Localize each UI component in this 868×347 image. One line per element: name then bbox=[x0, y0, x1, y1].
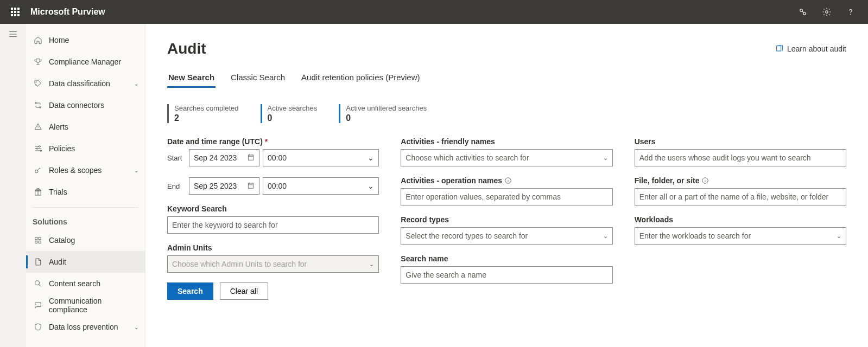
chevron-down-icon: ⌄ bbox=[134, 168, 138, 174]
trophy-icon bbox=[33, 56, 43, 67]
search-name-input[interactable] bbox=[401, 266, 612, 284]
clear-all-button[interactable]: Clear all bbox=[220, 282, 268, 300]
end-date-input[interactable]: Sep 25 2023 bbox=[189, 177, 259, 195]
chat-icon bbox=[33, 300, 43, 311]
svg-point-3 bbox=[851, 14, 851, 15]
svg-point-5 bbox=[35, 102, 37, 104]
svg-point-7 bbox=[39, 146, 40, 147]
learn-about-audit-link[interactable]: Learn about audit bbox=[775, 44, 846, 53]
file-label: File, folder, or site bbox=[635, 176, 846, 185]
stat-active-searches: Active searches 0 bbox=[261, 104, 318, 123]
users-input[interactable] bbox=[635, 149, 846, 166]
tab-new-search[interactable]: New Search bbox=[167, 68, 216, 87]
workloads-label: Workloads bbox=[635, 215, 846, 224]
users-label: Users bbox=[635, 137, 846, 146]
activities-op-label: Activities - operation names bbox=[401, 176, 612, 185]
workloads-select[interactable]: Enter the workloads to search for ⌄ bbox=[635, 227, 846, 245]
start-time-select[interactable]: 00:00 ⌄ bbox=[263, 149, 379, 166]
stat-label: Searches completed bbox=[174, 104, 239, 112]
learn-link-label: Learn about audit bbox=[787, 44, 846, 53]
settings-icon[interactable] bbox=[815, 0, 839, 24]
date-range-label: Date and time range (UTC) * bbox=[167, 137, 379, 146]
shield-icon bbox=[33, 322, 43, 332]
sidebar-item-label: Data loss prevention bbox=[49, 323, 134, 331]
sidebar-item-alerts[interactable]: Alerts bbox=[26, 116, 145, 138]
home-icon bbox=[33, 35, 43, 46]
alert-icon bbox=[33, 121, 43, 132]
chevron-down-icon: ⌄ bbox=[837, 233, 841, 240]
connector-icon bbox=[33, 100, 43, 111]
search-button[interactable]: Search bbox=[167, 282, 213, 300]
sidebar-item-policies[interactable]: Policies bbox=[26, 138, 145, 159]
sidebar-item-data-classification[interactable]: Data classification ⌄ bbox=[26, 73, 145, 94]
sidebar-item-content-search[interactable]: Content search bbox=[26, 273, 145, 294]
hamburger-icon[interactable] bbox=[8, 29, 18, 347]
svg-rect-14 bbox=[35, 241, 37, 243]
chevron-down-icon: ⌄ bbox=[134, 81, 138, 87]
admin-units-select: Choose which Admin Units to search for ⌄ bbox=[167, 255, 379, 273]
svg-point-16 bbox=[35, 281, 40, 285]
svg-rect-15 bbox=[39, 241, 41, 243]
stat-active-unfiltered: Active unfiltered searches 0 bbox=[339, 104, 427, 123]
activities-op-input[interactable] bbox=[401, 188, 612, 205]
svg-point-9 bbox=[40, 150, 42, 152]
sidebar-item-roles-scopes[interactable]: Roles & scopes ⌄ bbox=[26, 159, 145, 181]
sidebar-item-data-loss-prevention[interactable]: Data loss prevention ⌄ bbox=[26, 316, 145, 338]
file-input[interactable] bbox=[635, 188, 846, 205]
sidebar-item-data-connectors[interactable]: Data connectors bbox=[26, 94, 145, 116]
record-types-select[interactable]: Select the record types to search for ⌄ bbox=[401, 227, 612, 245]
tab-audit-retention[interactable]: Audit retention policies (Preview) bbox=[300, 68, 421, 87]
sidebar-item-label: Audit bbox=[49, 258, 138, 266]
keyword-label: Keyword Search bbox=[167, 204, 379, 213]
search-name-label: Search name bbox=[401, 254, 612, 263]
svg-rect-17 bbox=[777, 46, 781, 51]
page-title: Audit bbox=[167, 40, 775, 57]
svg-rect-12 bbox=[35, 237, 37, 240]
calendar-icon bbox=[247, 182, 255, 191]
start-date-input[interactable]: Sep 24 2023 bbox=[189, 149, 259, 166]
form-col-1: Date and time range (UTC) * Start Sep 24… bbox=[167, 137, 379, 300]
activities-friendly-select[interactable]: Choose which activities to search for ⌄ bbox=[401, 149, 612, 166]
sidebar-item-trials[interactable]: Trials bbox=[26, 181, 145, 203]
end-time-select[interactable]: 00:00 ⌄ bbox=[263, 177, 379, 195]
stat-label: Active searches bbox=[268, 104, 318, 112]
app-launcher-icon[interactable] bbox=[5, 0, 25, 24]
chevron-down-icon: ⌄ bbox=[368, 182, 374, 190]
keyword-input[interactable] bbox=[167, 216, 379, 234]
chevron-down-icon: ⌄ bbox=[369, 261, 374, 268]
svg-point-10 bbox=[35, 170, 38, 172]
info-icon bbox=[504, 177, 512, 184]
brand-title: Microsoft Purview bbox=[30, 7, 105, 17]
svg-point-4 bbox=[36, 82, 36, 82]
tabs: New Search Classic Search Audit retentio… bbox=[167, 68, 846, 88]
sidebar-item-catalog[interactable]: Catalog bbox=[26, 229, 145, 251]
nav-rail bbox=[0, 24, 26, 347]
sidebar-section-solutions: Solutions bbox=[26, 212, 145, 229]
sidebar-item-label: Content search bbox=[49, 279, 138, 288]
key-icon bbox=[33, 165, 43, 176]
activities-friendly-label: Activities - friendly names bbox=[401, 137, 612, 146]
admin-units-label: Admin Units bbox=[167, 243, 379, 252]
diagnostics-icon[interactable] bbox=[791, 0, 815, 24]
document-icon bbox=[33, 256, 43, 267]
calendar-icon bbox=[247, 153, 255, 163]
sidebar-item-compliance-manager[interactable]: Compliance Manager bbox=[26, 51, 145, 73]
gift-icon bbox=[33, 187, 43, 197]
tab-classic-search[interactable]: Classic Search bbox=[230, 68, 286, 87]
sidebar-item-label: Roles & scopes bbox=[49, 166, 134, 175]
svg-point-8 bbox=[36, 148, 38, 150]
sidebar-item-label: Compliance Manager bbox=[49, 57, 138, 66]
sidebar-item-communication-compliance[interactable]: Communication compliance bbox=[26, 294, 145, 316]
form-col-3: Users File, folder, or site Workloads En… bbox=[635, 137, 846, 254]
end-label: End bbox=[167, 182, 186, 190]
sidebar-item-home[interactable]: Home bbox=[26, 29, 145, 51]
grid-icon bbox=[33, 235, 43, 246]
sidebar-item-label: Policies bbox=[49, 144, 138, 153]
record-types-label: Record types bbox=[401, 215, 612, 224]
svg-rect-19 bbox=[248, 183, 253, 188]
svg-rect-18 bbox=[248, 155, 253, 159]
sidebar-item-label: Catalog bbox=[49, 236, 138, 245]
help-icon[interactable] bbox=[839, 0, 863, 24]
sidebar-item-audit[interactable]: Audit bbox=[26, 251, 145, 273]
sidebar: Home Compliance Manager Data classificat… bbox=[26, 24, 145, 347]
